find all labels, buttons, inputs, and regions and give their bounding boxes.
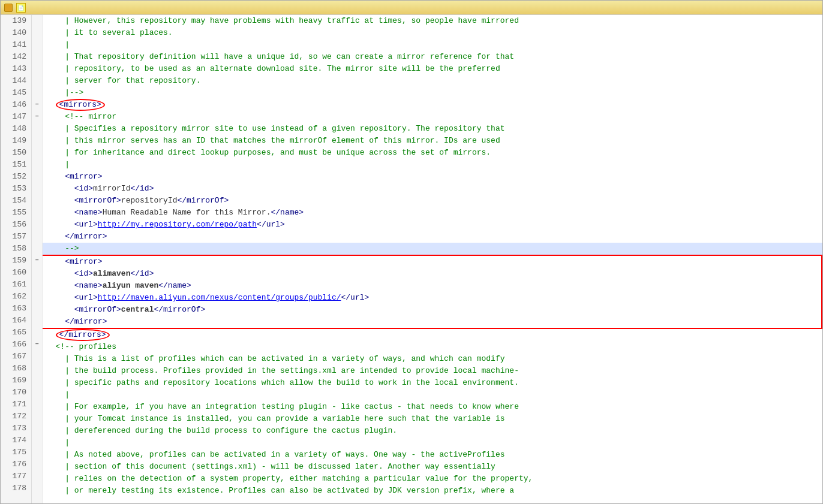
line-number-139: 139 [1,15,31,27]
gutter-160[interactable] [32,267,42,279]
gutter-151[interactable] [32,159,42,171]
gutter-140[interactable] [32,27,42,39]
gutter-174[interactable] [32,434,42,446]
gutter-153[interactable] [32,183,42,195]
url-link[interactable]: http://maven.aliyun.com/nexus/content/gr… [98,293,341,302]
gutter-156[interactable] [32,219,42,231]
gutter-163[interactable] [32,303,42,315]
gutter-176[interactable] [32,458,42,470]
gutter-167[interactable] [32,351,42,363]
code-line-178: | or merely testing its existence. Profi… [43,485,822,497]
line-number-156: 156 [1,219,31,231]
code-line-171: | For example, if you have an integratio… [43,401,822,413]
line-number-164: 164 [1,315,31,327]
comment-span: --> [46,244,79,253]
line-number-153: 153 [1,183,31,195]
line-number-178: 178 [1,482,31,494]
comment-span: | Specifies a repository mirror site to … [46,124,505,133]
xml-tag: </url> [341,293,370,302]
gutter-144[interactable] [32,75,42,87]
gutter-141[interactable] [32,39,42,51]
gutter-178[interactable] [32,482,42,494]
line-number-158: 158 [1,243,31,255]
xml-tag: </name> [158,281,191,290]
comment-span: | specific paths and repository location… [46,378,519,387]
gutter-148[interactable] [32,123,42,135]
line-number-165: 165 [1,327,31,339]
close-button[interactable] [4,4,13,12]
code-line-159: <mirror> [43,256,821,268]
gutter-168[interactable] [32,363,42,375]
line-number-172: 172 [1,411,31,422]
comment-span: | That repository definition will have a… [46,52,514,61]
gutter-146[interactable]: − [32,99,42,111]
gutter-142[interactable] [32,51,42,63]
gutter-154[interactable] [32,195,42,207]
gutter-159[interactable]: − [32,255,42,267]
gutter-143[interactable] [32,63,42,75]
gutter-152[interactable] [32,171,42,183]
url-link[interactable]: http://my.repository.com/repo/path [98,220,257,229]
gutter-166[interactable]: − [32,339,42,351]
file-icon: 📄 [16,3,26,13]
gutter-171[interactable] [32,399,42,411]
xml-tag: </name> [271,208,304,217]
fold-indicator[interactable]: − [35,113,38,120]
gutter-170[interactable] [32,387,42,399]
comment-span: | or merely testing its existence. Profi… [46,486,514,495]
code-line-139: | However, this repository may have prob… [43,15,822,27]
fold-indicator[interactable]: − [35,257,38,264]
gutter-173[interactable] [32,422,42,434]
xml-tag: <id> [74,269,93,278]
code-line-140: | it to several places. [43,27,822,39]
gutter-158[interactable] [32,243,42,255]
comment-span: | This is a list of profiles which can b… [46,354,505,363]
xml-tag: <url> [74,220,98,229]
comment-span: | However, this repository may have prob… [46,16,519,25]
line-number-145: 145 [1,87,31,99]
gutter-155[interactable] [32,207,42,219]
title-bar: 📄 [1,1,822,15]
line-number-163: 163 [1,303,31,315]
code-line-148: | Specifies a repository mirror site to … [43,123,822,135]
gutter-177[interactable] [32,470,42,482]
code-line-169: | specific paths and repository location… [43,377,822,389]
gutter-165[interactable] [32,327,42,339]
line-number-160: 160 [1,267,31,279]
comment-span: <!-- mirror [46,112,116,121]
gutter-169[interactable] [32,375,42,387]
gutter-149[interactable] [32,135,42,147]
code-line-147: <!-- mirror [43,111,822,123]
xml-tag: <mirrorOf> [74,305,121,314]
code-line-149: | this mirror serves has an ID that matc… [43,135,822,147]
code-line-172: | your Tomcat instance is installed, you… [43,413,822,425]
gutter-139[interactable] [32,15,42,27]
gutter-145[interactable] [32,87,42,99]
gutter-161[interactable] [32,279,42,291]
gutter-172[interactable] [32,411,42,422]
comment-span: |--> [46,88,83,97]
code-content[interactable]: | However, this repository may have prob… [43,15,822,503]
line-number-141: 141 [1,39,31,51]
line-number-151: 151 [1,159,31,171]
mirrors-open-ellipse: <mirrors> [56,99,105,111]
code-line-162: <url>http://maven.aliyun.com/nexus/conte… [43,292,821,304]
comment-span: | dereferenced during the build process … [46,426,397,435]
gutter-147[interactable]: − [32,111,42,123]
comment-span: | it to several places. [46,28,173,37]
code-line-176: | section of this document (settings.xml… [43,461,822,473]
comment-span: | the build process. Profiles provided i… [46,366,519,375]
gutter-162[interactable] [32,291,42,303]
line-number-177: 177 [1,470,31,482]
line-number-149: 149 [1,135,31,147]
line-number-157: 157 [1,231,31,243]
xml-tag: </id> [130,184,154,193]
fold-indicator[interactable]: − [35,341,38,348]
code-line-174: | [43,437,822,449]
gutter-175[interactable] [32,446,42,458]
fold-indicator[interactable]: − [35,101,38,108]
gutter-164[interactable] [32,315,42,327]
gutter-157[interactable] [32,231,42,243]
gutter-150[interactable] [32,147,42,159]
code-line-153: <id>mirrorId</id> [43,183,822,195]
